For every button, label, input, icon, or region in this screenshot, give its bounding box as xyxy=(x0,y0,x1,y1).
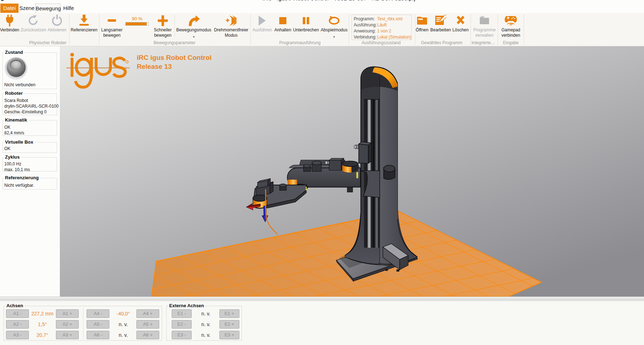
svg-text:Release 13: Release 13 xyxy=(137,63,172,70)
svg-text:iRC igus Robot Control: iRC igus Robot Control xyxy=(137,54,212,61)
